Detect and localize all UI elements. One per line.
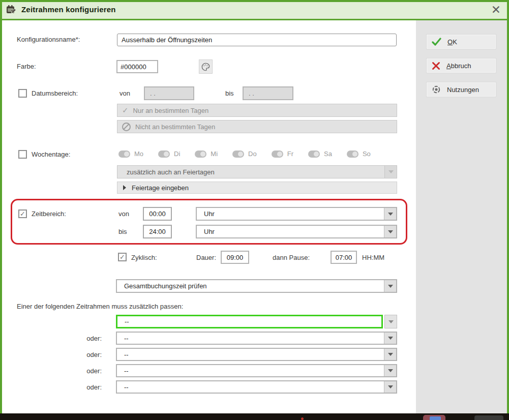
- taskbar-item-1[interactable]: [423, 415, 445, 420]
- or-label: oder:: [71, 351, 102, 358]
- weekday-toggle-mi[interactable]: Mi: [195, 150, 218, 158]
- weekday-toggle-sa[interactable]: Sa: [308, 150, 332, 158]
- weekday-toggle-mo[interactable]: Mo: [118, 150, 143, 158]
- chevron-down-icon: [384, 280, 396, 292]
- or-label: oder:: [71, 335, 102, 342]
- color-picker-button[interactable]: [199, 59, 213, 74]
- extra-timeframe-value-2: --: [117, 333, 384, 344]
- time-from-unit-value: Uhr: [197, 208, 384, 220]
- date-from-input[interactable]: . .: [144, 86, 194, 100]
- color-hex-input[interactable]: [116, 60, 158, 73]
- extra-timeframe-dropdown-3[interactable]: --: [116, 348, 397, 361]
- time-from-input[interactable]: [143, 207, 172, 221]
- or-label: oder:: [71, 383, 102, 391]
- duration-input[interactable]: [221, 251, 249, 264]
- cancel-button-label: Abbruch: [446, 62, 471, 70]
- toggle-switch-icon: [272, 151, 283, 158]
- weekdays-checkbox[interactable]: [18, 150, 27, 159]
- weekday-toggle-so[interactable]: So: [347, 150, 371, 158]
- holidays-expander[interactable]: Feiertage eingeben: [117, 182, 397, 194]
- expander-arrow-icon: [123, 185, 126, 190]
- extra-timeframe-dropdown-1[interactable]: --: [116, 315, 397, 328]
- taskbar-item-1-icon: [430, 416, 441, 420]
- no-entry-icon: [122, 123, 131, 131]
- weekday-label: Do: [248, 150, 257, 158]
- holidays-expander-label: Feiertage eingeben: [132, 184, 189, 192]
- extra-timeframe-dropdown-2[interactable]: --: [116, 332, 397, 345]
- close-icon[interactable]: ✕: [491, 3, 501, 17]
- taskbar: [0, 413, 509, 420]
- only-certain-days-label: Nur an bestimmten Tagen: [133, 107, 209, 114]
- format-hint-label: HH:MM: [362, 254, 384, 261]
- not-certain-days-button[interactable]: Nicht an bestimmten Tagen: [117, 120, 397, 133]
- dialog-titlebar: Zeitrahmen konfigurieren ✕: [0, 0, 509, 20]
- usages-button[interactable]: Nutzungen: [426, 82, 496, 97]
- time-from-unit-dropdown[interactable]: Uhr: [196, 207, 397, 221]
- cyclic-checkbox[interactable]: ✓: [118, 253, 127, 261]
- ok-button-label: OK: [447, 38, 457, 46]
- or-label: oder:: [71, 367, 102, 375]
- calendar-edit-icon: [6, 5, 16, 15]
- weekday-label: Mo: [134, 150, 143, 158]
- target-icon: [432, 85, 441, 94]
- date-range-label: Datumsbereich:: [32, 89, 78, 97]
- extra-timeframe-value-1: --: [116, 315, 383, 328]
- taskbar-item-2[interactable]: [474, 415, 503, 420]
- weekday-label: Mi: [211, 150, 218, 158]
- extra-timeframe-dropdown-4[interactable]: --: [116, 364, 397, 377]
- date-from-label: von: [119, 89, 130, 97]
- toggle-switch-icon: [118, 151, 130, 158]
- double-check-icon: ✓: [122, 106, 129, 115]
- cyclic-label: Zyklisch:: [131, 254, 157, 261]
- palette-icon: [201, 62, 211, 72]
- holidays-dropdown[interactable]: zusätzlich auch an Feiertagen: [117, 165, 397, 178]
- weekday-toggle-fr[interactable]: Fr: [272, 150, 293, 158]
- not-certain-days-label: Nicht an bestimmten Tagen: [135, 123, 215, 131]
- pause-input[interactable]: [331, 251, 357, 264]
- extra-timeframe-dropdown-5[interactable]: --: [116, 380, 397, 394]
- weekday-toggle-do[interactable]: Do: [232, 150, 257, 158]
- toggle-switch-icon: [158, 151, 170, 158]
- booking-check-value: Gesamtbuchungszeit prüfen: [117, 280, 384, 292]
- pause-label: dann Pause:: [273, 254, 310, 261]
- extra-timeframe-value-3: --: [117, 349, 384, 360]
- time-to-unit-dropdown[interactable]: Uhr: [196, 225, 397, 238]
- weekday-label: Fr: [287, 150, 293, 158]
- usages-button-label: Nutzungen: [447, 86, 479, 94]
- chevron-down-icon: [384, 381, 396, 393]
- toggle-switch-icon: [347, 151, 358, 158]
- chevron-down-icon: [384, 365, 396, 376]
- date-range-checkbox[interactable]: [18, 89, 27, 98]
- time-from-label: von: [118, 210, 129, 218]
- chevron-down-icon: [384, 166, 397, 178]
- chevron-down-icon: [384, 208, 396, 220]
- chevron-down-icon: [384, 315, 397, 328]
- only-certain-days-button[interactable]: ✓ Nur an bestimmten Tagen: [117, 104, 397, 117]
- ok-button[interactable]: OK: [426, 34, 496, 49]
- check-glyph: ✓: [119, 254, 125, 260]
- chevron-down-icon: [384, 226, 396, 237]
- toggle-switch-icon: [195, 151, 206, 158]
- time-range-checkbox[interactable]: ✓: [18, 209, 27, 218]
- color-label: Farbe:: [17, 63, 36, 70]
- date-to-label: bis: [225, 89, 234, 97]
- time-range-label: Zeitbereich:: [32, 210, 66, 218]
- booking-check-dropdown[interactable]: Gesamtbuchungszeit prüfen: [116, 279, 397, 293]
- holidays-dropdown-value: zusätzlich auch an Feiertagen: [117, 166, 384, 178]
- chevron-down-icon: [384, 333, 396, 344]
- config-name-input[interactable]: [117, 34, 397, 46]
- toggle-switch-icon: [308, 151, 320, 158]
- weekday-label: Sa: [324, 150, 332, 158]
- weekday-label: Di: [174, 150, 180, 158]
- date-to-input[interactable]: . .: [243, 86, 293, 100]
- cancel-button[interactable]: Abbruch: [426, 58, 496, 73]
- time-to-input[interactable]: [143, 225, 172, 238]
- check-icon: [432, 38, 441, 46]
- time-to-label: bis: [118, 228, 127, 235]
- time-to-unit-value: Uhr: [197, 226, 384, 237]
- weekday-toggle-di[interactable]: Di: [158, 150, 180, 158]
- chevron-down-icon: [384, 349, 396, 360]
- x-icon: [432, 62, 440, 70]
- weekday-toggle-row: Mo Di Mi Do Fr Sa So: [118, 150, 385, 158]
- extra-timeframe-value-4: --: [117, 365, 384, 376]
